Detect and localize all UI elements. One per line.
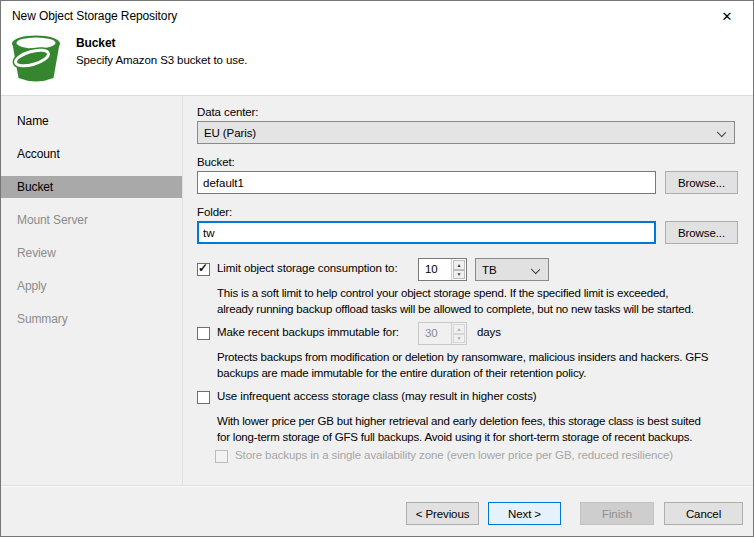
step-summary: Summary	[1, 308, 182, 330]
bucket-browse-button[interactable]: Browse...	[665, 171, 738, 194]
spinner-down-icon[interactable]: ▼	[453, 270, 465, 280]
previous-button[interactable]: < Previous	[406, 502, 479, 525]
step-apply: Apply	[1, 275, 182, 297]
folder-input[interactable]	[197, 221, 656, 244]
finish-button: Finish	[580, 502, 654, 525]
limit-consumption-checkbox[interactable]: ✓	[197, 263, 210, 276]
new-object-storage-repository-dialog: New Object Storage Repository ✕ Bucket S…	[0, 0, 754, 537]
next-button[interactable]: Next >	[488, 502, 561, 525]
wizard-header: Bucket Specify Amazon S3 bucket to use.	[1, 31, 753, 96]
page-title: Bucket	[76, 36, 115, 50]
spinner-up-icon[interactable]: ▲	[453, 260, 465, 270]
check-icon: ✓	[198, 261, 208, 275]
page-subtitle: Specify Amazon S3 bucket to use.	[76, 54, 247, 66]
wizard-footer: < Previous Next > Finish Cancel	[1, 485, 753, 536]
wizard-steps-sidebar: Name Account Bucket Mount Server Review …	[1, 96, 183, 486]
close-icon[interactable]: ✕	[711, 5, 743, 27]
immutable-days-spinner: 30 ▲ ▼	[418, 322, 467, 345]
step-name: Name	[1, 110, 182, 132]
immutable-days-suffix: days	[477, 326, 501, 338]
limit-description: This is a soft limit to help control you…	[217, 285, 694, 317]
chevron-down-icon	[531, 265, 540, 274]
spinner-down-icon: ▼	[453, 334, 465, 344]
single-zone-label: Store backups in a single availability z…	[235, 449, 673, 461]
immutable-label: Make recent backups immutable for:	[217, 326, 399, 338]
bucket-icon	[9, 33, 63, 87]
step-account: Account	[1, 143, 182, 165]
wizard-body: Name Account Bucket Mount Server Review …	[1, 96, 753, 486]
chevron-down-icon	[717, 128, 726, 137]
immutable-description: Protects backups from modification or de…	[217, 349, 708, 381]
folder-browse-button[interactable]: Browse...	[665, 221, 738, 244]
spinner-up-icon: ▲	[453, 324, 465, 334]
limit-unit-value: TB	[482, 264, 497, 276]
data-center-value: EU (Paris)	[204, 127, 256, 139]
immutable-checkbox[interactable]	[197, 327, 210, 340]
limit-unit-select[interactable]: TB	[475, 258, 549, 281]
data-center-select[interactable]: EU (Paris)	[197, 121, 735, 144]
limit-consumption-label: Limit object storage consumption to:	[217, 262, 398, 274]
title-bar: New Object Storage Repository ✕	[1, 1, 753, 31]
limit-amount-value: 10	[419, 259, 451, 280]
single-zone-checkbox	[215, 450, 228, 463]
bucket-input[interactable]	[197, 171, 656, 194]
step-mount-server: Mount Server	[1, 209, 182, 231]
infrequent-access-label: Use infrequent access storage class (may…	[217, 390, 537, 402]
step-review: Review	[1, 242, 182, 264]
limit-amount-spinner[interactable]: 10 ▲ ▼	[418, 258, 467, 281]
step-bucket: Bucket	[1, 176, 182, 198]
immutable-days-value: 30	[419, 323, 451, 344]
cancel-button[interactable]: Cancel	[664, 502, 743, 525]
data-center-label: Data center:	[197, 106, 258, 118]
bucket-label: Bucket:	[197, 156, 235, 168]
infrequent-access-checkbox[interactable]	[197, 391, 210, 404]
folder-label: Folder:	[197, 206, 232, 218]
window-title: New Object Storage Repository	[12, 9, 177, 23]
infrequent-access-description: With lower price per GB but higher retri…	[217, 413, 701, 445]
